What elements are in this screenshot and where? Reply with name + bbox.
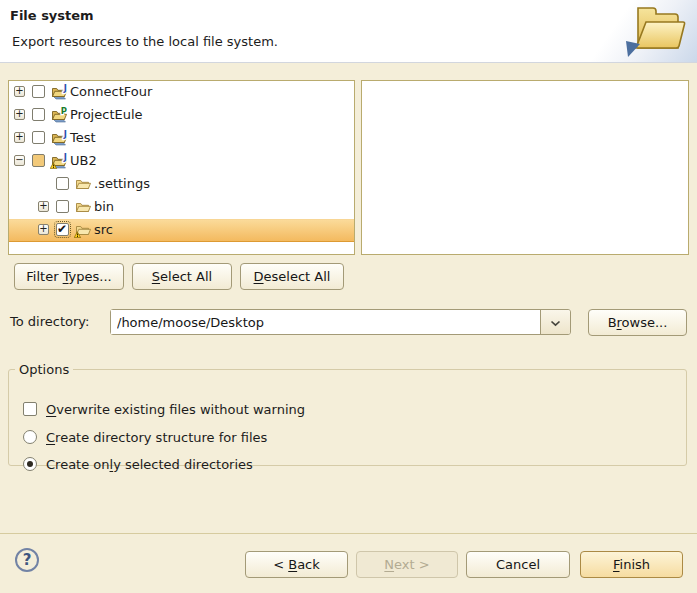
collapse-icon[interactable]: − (14, 155, 25, 166)
folder-icon (74, 176, 91, 195)
svg-text:J: J (63, 130, 67, 139)
tree-item-label: Test (70, 130, 96, 145)
help-button[interactable]: ? (15, 548, 39, 572)
page-title: File system (10, 8, 94, 23)
cancel-button[interactable]: Cancel (466, 551, 570, 578)
svg-text:J: J (63, 153, 67, 162)
resource-tree[interactable]: +JConnectFour+PProjectEule+JTest−JUB2.se… (8, 80, 355, 255)
options-group: Options Overwrite existing files without… (8, 362, 687, 466)
question-mark-icon: ? (23, 551, 32, 569)
tree-item-.settings[interactable]: .settings (9, 173, 354, 196)
create-selected-option[interactable]: Create only selected directories (23, 456, 253, 472)
tree-item-label: src (94, 222, 113, 237)
expand-icon[interactable]: + (14, 86, 25, 97)
select-all-button[interactable]: Select All (132, 263, 232, 290)
tree-item-bin[interactable]: +bin (9, 196, 354, 219)
footer-separator (0, 533, 697, 534)
tree-item-ConnectFour[interactable]: +JConnectFour (9, 81, 354, 104)
tree-item-checkbox[interactable] (32, 85, 45, 98)
tree-item-label: .settings (94, 176, 150, 191)
tree-item-label: bin (94, 199, 114, 214)
create-selected-radio[interactable] (23, 457, 37, 471)
java-project-folder-icon: P (50, 107, 67, 126)
tree-item-UB2[interactable]: −JUB2 (9, 150, 354, 173)
directory-combo[interactable] (110, 309, 571, 335)
file-list-panel[interactable] (361, 80, 689, 255)
chevron-down-icon (550, 315, 561, 330)
tree-item-checkbox[interactable] (32, 108, 45, 121)
tree-item-checkbox[interactable] (56, 177, 69, 190)
expand-icon[interactable]: + (38, 201, 49, 212)
tree-item-ProjectEule[interactable]: +PProjectEule (9, 104, 354, 127)
expand-icon[interactable]: + (14, 109, 25, 120)
to-directory-label: To directory: (10, 314, 89, 329)
svg-text:P: P (61, 107, 67, 116)
tree-item-checkbox[interactable] (32, 131, 45, 144)
java-project-folder-icon: J (50, 130, 67, 149)
create-structure-option[interactable]: Create directory structure for files (23, 429, 267, 445)
tree-item-label: ConnectFour (70, 84, 152, 99)
options-group-title: Options (15, 362, 73, 377)
create-structure-radio[interactable] (23, 430, 37, 444)
folder-icon (74, 199, 91, 218)
back-button[interactable]: < Back (245, 551, 348, 578)
filter-types-button[interactable]: Filter Types... (14, 263, 124, 290)
overwrite-checkbox[interactable] (23, 402, 37, 416)
java-project-folder-icon: J (50, 84, 67, 103)
tree-item-checkbox[interactable] (56, 200, 69, 213)
create-selected-label: Create only selected directories (46, 457, 253, 472)
tree-item-src[interactable]: +src (9, 219, 354, 242)
folder-icon (74, 222, 91, 241)
tree-item-checkbox[interactable] (32, 154, 45, 167)
create-structure-label: Create directory structure for files (46, 430, 267, 445)
overwrite-label: Overwrite existing files without warning (46, 402, 305, 417)
expand-icon[interactable]: + (14, 132, 25, 143)
wizard-header: File system Export resources to the loca… (0, 0, 697, 63)
deselect-all-button[interactable]: Deselect All (240, 263, 344, 290)
tree-item-label: ProjectEule (70, 107, 143, 122)
finish-button[interactable]: Finish (580, 551, 683, 578)
browse-button[interactable]: Browse... (588, 309, 687, 336)
combo-dropdown-button[interactable] (540, 310, 570, 334)
tree-item-label: UB2 (70, 153, 97, 168)
java-project-folder-icon: J (50, 153, 67, 172)
directory-input[interactable] (111, 310, 540, 334)
next-button[interactable]: Next > (356, 551, 458, 578)
svg-text:J: J (63, 84, 67, 93)
tree-item-Test[interactable]: +JTest (9, 127, 354, 150)
tree-item-checkbox[interactable] (56, 223, 69, 236)
overwrite-option[interactable]: Overwrite existing files without warning (23, 401, 305, 417)
expand-icon[interactable]: + (38, 224, 49, 235)
page-subtitle: Export resources to the local file syste… (12, 34, 278, 49)
open-folder-icon (621, 2, 691, 63)
